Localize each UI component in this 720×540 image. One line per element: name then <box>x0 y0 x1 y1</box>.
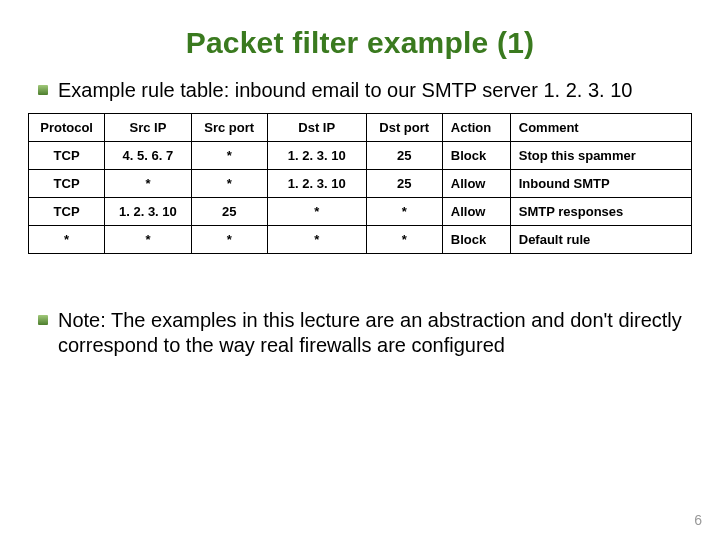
cell-dst-ip: * <box>267 226 366 254</box>
cell-dst-ip: * <box>267 198 366 226</box>
table-row: TCP * * 1. 2. 3. 10 25 Allow Inbound SMT… <box>29 170 692 198</box>
slide-title: Packet filter example (1) <box>28 26 692 60</box>
cell-comment: Default rule <box>510 226 691 254</box>
col-comment: Comment <box>510 114 691 142</box>
table-row: TCP 4. 5. 6. 7 * 1. 2. 3. 10 25 Block St… <box>29 142 692 170</box>
bullet-icon <box>38 315 48 325</box>
note-bullet: Note: The examples in this lecture are a… <box>38 308 682 358</box>
cell-src-ip: * <box>105 226 191 254</box>
col-protocol: Protocol <box>29 114 105 142</box>
cell-comment: Stop this spammer <box>510 142 691 170</box>
cell-src-port: * <box>191 142 267 170</box>
cell-src-port: 25 <box>191 198 267 226</box>
table-header-row: Protocol Src IP Src port Dst IP Dst port… <box>29 114 692 142</box>
cell-action: Allow <box>442 198 510 226</box>
cell-action: Allow <box>442 170 510 198</box>
cell-dst-ip: 1. 2. 3. 10 <box>267 142 366 170</box>
intro-bullet: Example rule table: inbound email to our… <box>38 78 682 103</box>
note-text: Note: The examples in this lecture are a… <box>58 308 682 358</box>
col-dst-ip: Dst IP <box>267 114 366 142</box>
cell-comment: SMTP responses <box>510 198 691 226</box>
col-dst-port: Dst port <box>366 114 442 142</box>
page-number: 6 <box>694 512 702 528</box>
cell-protocol: * <box>29 226 105 254</box>
rule-table: Protocol Src IP Src port Dst IP Dst port… <box>28 113 692 254</box>
cell-dst-port: 25 <box>366 170 442 198</box>
cell-src-port: * <box>191 226 267 254</box>
cell-protocol: TCP <box>29 198 105 226</box>
table-row: * * * * * Block Default rule <box>29 226 692 254</box>
cell-dst-ip: 1. 2. 3. 10 <box>267 170 366 198</box>
cell-action: Block <box>442 226 510 254</box>
slide: Packet filter example (1) Example rule t… <box>0 0 720 540</box>
cell-dst-port: * <box>366 198 442 226</box>
cell-protocol: TCP <box>29 142 105 170</box>
cell-dst-port: * <box>366 226 442 254</box>
cell-protocol: TCP <box>29 170 105 198</box>
cell-dst-port: 25 <box>366 142 442 170</box>
cell-src-ip: 4. 5. 6. 7 <box>105 142 191 170</box>
col-src-ip: Src IP <box>105 114 191 142</box>
cell-src-ip: 1. 2. 3. 10 <box>105 198 191 226</box>
cell-src-ip: * <box>105 170 191 198</box>
cell-src-port: * <box>191 170 267 198</box>
intro-text: Example rule table: inbound email to our… <box>58 78 632 103</box>
bullet-icon <box>38 85 48 95</box>
cell-comment: Inbound SMTP <box>510 170 691 198</box>
table-row: TCP 1. 2. 3. 10 25 * * Allow SMTP respon… <box>29 198 692 226</box>
cell-action: Block <box>442 142 510 170</box>
col-src-port: Src port <box>191 114 267 142</box>
col-action: Action <box>442 114 510 142</box>
